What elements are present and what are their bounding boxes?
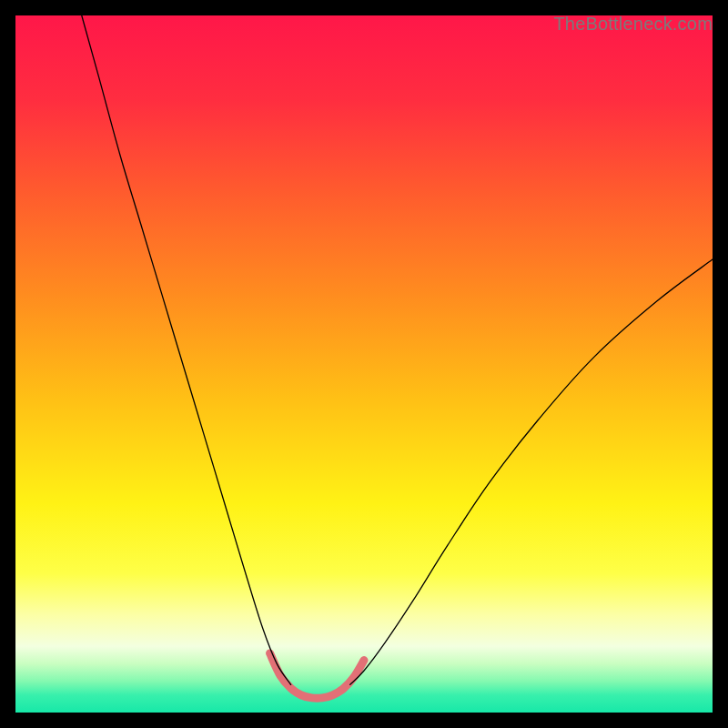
series-left-branch	[82, 15, 291, 684]
watermark-text: TheBottleneck.com	[553, 14, 713, 35]
series-right-branch	[350, 259, 713, 684]
chart-curves-layer	[15, 15, 713, 713]
chart-frame: TheBottleneck.com	[15, 15, 713, 713]
